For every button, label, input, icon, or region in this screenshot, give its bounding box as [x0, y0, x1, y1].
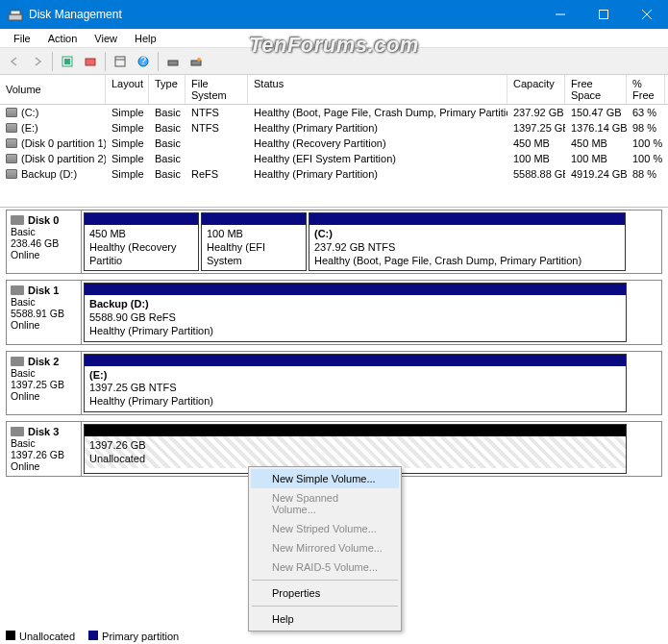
refresh-button[interactable] — [57, 51, 78, 72]
drive-icon — [6, 169, 17, 179]
disk-icon — [11, 357, 24, 366]
partition-box[interactable]: 100 MBHealthy (EFI System — [201, 212, 307, 271]
col-status[interactable]: Status — [248, 75, 507, 104]
disk-info[interactable]: Disk 2 Basic1397.25 GBOnline — [7, 352, 82, 414]
svg-text:?: ? — [140, 55, 146, 66]
menu-bar: File Action View Help — [0, 29, 668, 48]
svg-rect-9 — [115, 57, 125, 66]
disk-icon — [11, 427, 24, 436]
disk-icon — [11, 215, 24, 225]
toolbar-button-2[interactable] — [80, 51, 101, 72]
ctx-separator — [252, 580, 398, 581]
toolbar: ? — [0, 48, 668, 75]
toolbar-button-4[interactable] — [162, 51, 184, 72]
svg-rect-1 — [11, 11, 20, 14]
app-icon — [8, 7, 23, 22]
svg-rect-13 — [168, 61, 178, 65]
window-title: Disk Management — [29, 8, 538, 21]
col-freespace[interactable]: Free Space — [565, 75, 627, 104]
menu-help[interactable]: Help — [127, 31, 164, 46]
col-type[interactable]: Type — [149, 75, 186, 104]
menu-view[interactable]: View — [87, 31, 125, 46]
disk-row: Disk 1 Basic5588.91 GBOnlineBackup (D:)5… — [6, 280, 662, 344]
ctx-new-simple-volume[interactable]: New Simple Volume... — [251, 469, 399, 488]
ctx-separator — [252, 606, 398, 607]
ctx-new-raid5-volume: New RAID-5 Volume... — [251, 557, 399, 577]
svg-rect-7 — [64, 59, 70, 64]
volume-list[interactable]: Volume Layout Type File System Status Ca… — [0, 75, 668, 208]
partition-box[interactable]: (C:)237.92 GB NTFSHealthy (Boot, Page Fi… — [309, 212, 626, 271]
toolbar-button-3[interactable] — [110, 51, 131, 72]
ctx-properties[interactable]: Properties — [251, 583, 399, 603]
drive-icon — [6, 138, 17, 148]
maximize-button[interactable] — [581, 0, 625, 29]
back-button[interactable] — [4, 51, 25, 72]
legend: Unallocated Primary partition — [6, 631, 179, 642]
disk-row: Disk 0 Basic238.46 GBOnline450 MBHealthy… — [6, 210, 662, 274]
svg-rect-8 — [86, 59, 95, 65]
legend-primary: Primary partition — [102, 631, 179, 642]
drive-icon — [6, 123, 17, 133]
ctx-help[interactable]: Help — [251, 609, 399, 629]
menu-file[interactable]: File — [6, 31, 38, 46]
col-capacity[interactable]: Capacity — [507, 75, 565, 104]
volume-list-header: Volume Layout Type File System Status Ca… — [0, 75, 668, 105]
ctx-new-striped-volume: New Striped Volume... — [251, 519, 399, 538]
partition-box[interactable]: (E:)1397.25 GB NTFSHealthy (Primary Part… — [84, 354, 627, 412]
col-pctfree[interactable]: % Free — [627, 75, 665, 104]
partition-box[interactable]: Backup (D:)5588.90 GB ReFSHealthy (Prima… — [84, 283, 627, 341]
partition-box[interactable]: 450 MBHealthy (Recovery Partitio — [84, 212, 199, 271]
forward-button[interactable] — [27, 51, 48, 72]
drive-icon — [6, 108, 17, 117]
svg-rect-3 — [599, 11, 607, 19]
disk-info[interactable]: Disk 1 Basic5588.91 GBOnline — [7, 281, 82, 343]
title-bar: Disk Management — [0, 0, 668, 29]
col-layout[interactable]: Layout — [106, 75, 149, 104]
help-button[interactable]: ? — [133, 51, 154, 72]
close-button[interactable] — [625, 0, 668, 29]
volume-row[interactable]: Backup (D:) Simple Basic ReFS Healthy (P… — [0, 166, 668, 182]
toolbar-separator — [52, 52, 53, 71]
ctx-new-spanned-volume: New Spanned Volume... — [251, 488, 399, 519]
disk-icon — [11, 285, 24, 295]
disk-info[interactable]: Disk 3 Basic1397.26 GBOnline — [7, 422, 82, 476]
legend-unallocated: Unallocated — [19, 631, 75, 642]
ctx-new-mirrored-volume: New Mirrored Volume... — [251, 538, 399, 557]
volume-row[interactable]: (C:) Simple Basic NTFS Healthy (Boot, Pa… — [0, 105, 668, 120]
minimize-button[interactable] — [538, 0, 581, 29]
toolbar-separator — [158, 52, 159, 71]
toolbar-button-5[interactable] — [186, 51, 207, 72]
menu-action[interactable]: Action — [40, 31, 86, 46]
svg-rect-0 — [9, 14, 22, 20]
drive-icon — [6, 154, 17, 163]
col-filesystem[interactable]: File System — [186, 75, 248, 104]
volume-row[interactable]: (Disk 0 partition 2) Simple Basic Health… — [0, 151, 668, 166]
disk-info[interactable]: Disk 0 Basic238.46 GBOnline — [7, 211, 82, 273]
svg-point-15 — [197, 58, 201, 62]
volume-row[interactable]: (E:) Simple Basic NTFS Healthy (Primary … — [0, 120, 668, 136]
disk-row: Disk 2 Basic1397.25 GBOnline(E:)1397.25 … — [6, 351, 662, 415]
col-volume[interactable]: Volume — [0, 75, 106, 104]
volume-row[interactable]: (Disk 0 partition 1) Simple Basic Health… — [0, 136, 668, 151]
toolbar-separator — [105, 52, 106, 71]
context-menu: New Simple Volume... New Spanned Volume.… — [248, 466, 402, 632]
